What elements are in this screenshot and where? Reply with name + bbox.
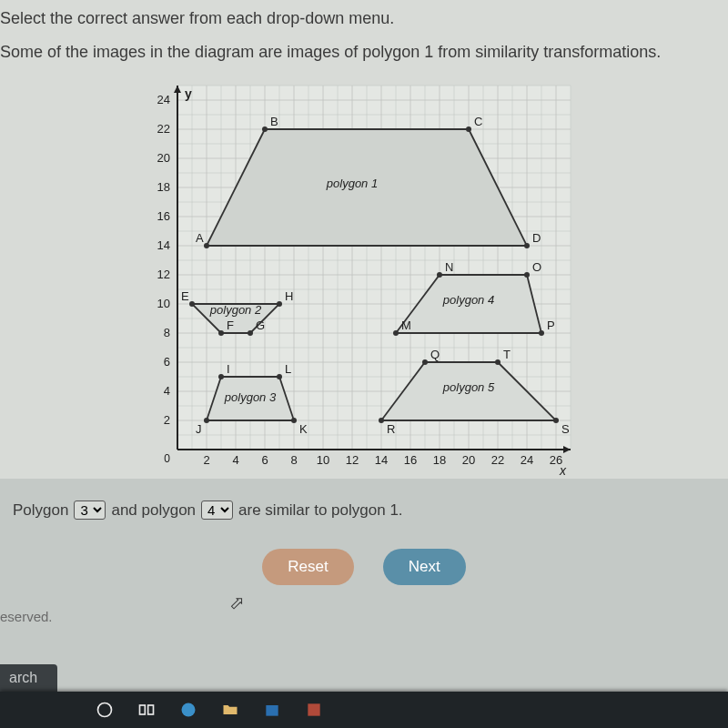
svg-text:0: 0: [164, 452, 170, 465]
svg-text:P: P: [547, 318, 555, 332]
svg-point-100: [277, 301, 282, 307]
svg-text:F: F: [227, 318, 234, 332]
polygon-dropdown-2[interactable]: 2345: [201, 500, 233, 520]
svg-point-120: [524, 272, 530, 278]
svg-text:polygon 4: polygon 4: [442, 293, 494, 307]
svg-text:S: S: [561, 422, 570, 436]
svg-text:2: 2: [164, 413, 170, 427]
svg-point-134: [379, 418, 384, 423]
svg-point-124: [393, 330, 399, 336]
svg-text:x: x: [559, 463, 567, 478]
svg-text:R: R: [387, 422, 395, 436]
svg-point-132: [553, 418, 559, 423]
polygon-dropdown-1[interactable]: 2345: [74, 500, 106, 520]
cortana-circle-icon[interactable]: [95, 700, 115, 720]
edge-icon[interactable]: [178, 700, 198, 720]
svg-text:E: E: [181, 289, 189, 303]
app-icon[interactable]: [304, 700, 324, 720]
svg-text:Q: Q: [430, 348, 440, 361]
svg-point-130: [495, 359, 500, 365]
svg-text:6: 6: [261, 453, 268, 467]
svg-point-110: [277, 374, 282, 379]
coordinate-graph: 2468101214161820222426246810121416182022…: [141, 78, 578, 479]
svg-text:12: 12: [346, 453, 359, 467]
svg-point-88: [204, 243, 209, 248]
svg-text:20: 20: [462, 453, 475, 467]
svg-text:18: 18: [157, 180, 170, 194]
svg-rect-141: [266, 705, 278, 716]
taskbar-search-tab[interactable]: arch: [0, 664, 57, 692]
svg-text:8: 8: [290, 453, 297, 467]
svg-text:18: 18: [433, 453, 446, 467]
svg-text:10: 10: [317, 453, 329, 467]
svg-text:polygon 5: polygon 5: [442, 380, 495, 394]
svg-text:H: H: [285, 289, 293, 303]
svg-text:M: M: [401, 318, 411, 332]
taskbar: [0, 692, 728, 728]
graph-container: 2468101214161820222426246810121416182022…: [0, 71, 719, 479]
svg-text:C: C: [474, 115, 482, 128]
svg-point-92: [466, 126, 471, 132]
svg-text:10: 10: [157, 297, 170, 310]
rights-reserved-fragment: eserved.: [0, 602, 728, 632]
sub-instruction-text: Some of the images in the diagram are im…: [0, 43, 719, 62]
reset-button[interactable]: Reset: [262, 549, 353, 585]
svg-point-104: [218, 330, 224, 336]
answer-mid: and polygon: [111, 501, 196, 520]
svg-rect-142: [308, 703, 319, 715]
svg-text:24: 24: [521, 453, 533, 467]
svg-text:2: 2: [203, 453, 209, 467]
next-button[interactable]: Next: [383, 549, 466, 585]
svg-text:L: L: [285, 362, 291, 376]
svg-point-94: [524, 243, 530, 248]
svg-text:22: 22: [491, 453, 504, 467]
svg-text:14: 14: [375, 453, 388, 467]
svg-text:20: 20: [157, 151, 170, 165]
svg-text:G: G: [256, 318, 265, 332]
svg-text:12: 12: [157, 268, 170, 281]
svg-text:J: J: [196, 422, 202, 436]
svg-text:22: 22: [157, 122, 170, 136]
svg-text:polygon 2: polygon 2: [209, 303, 262, 317]
svg-text:B: B: [270, 115, 278, 128]
svg-text:polygon 1: polygon 1: [326, 177, 378, 190]
svg-point-98: [189, 301, 195, 307]
folder-icon[interactable]: [220, 700, 240, 720]
svg-point-140: [182, 703, 196, 717]
svg-text:K: K: [299, 422, 308, 436]
svg-rect-139: [148, 705, 154, 714]
svg-rect-138: [140, 705, 146, 714]
svg-text:I: I: [227, 362, 230, 376]
svg-text:16: 16: [157, 209, 170, 223]
svg-text:A: A: [196, 231, 204, 245]
svg-point-118: [437, 272, 442, 278]
svg-text:O: O: [532, 260, 541, 274]
svg-point-90: [262, 126, 268, 132]
svg-point-128: [422, 359, 428, 365]
svg-text:N: N: [445, 260, 453, 274]
svg-point-112: [291, 418, 297, 423]
svg-text:4: 4: [232, 453, 238, 467]
svg-point-102: [248, 330, 253, 336]
task-view-icon[interactable]: [136, 700, 157, 720]
svg-point-114: [204, 418, 209, 423]
store-icon[interactable]: [262, 700, 282, 720]
svg-point-108: [218, 374, 224, 379]
svg-text:16: 16: [404, 453, 417, 467]
svg-text:8: 8: [164, 326, 170, 339]
svg-text:6: 6: [164, 355, 170, 369]
svg-point-137: [98, 703, 112, 717]
svg-text:14: 14: [157, 238, 170, 252]
svg-point-122: [539, 330, 544, 336]
instruction-text: Select the correct answer from each drop…: [0, 9, 719, 28]
svg-text:polygon 3: polygon 3: [224, 390, 277, 404]
answer-prefix: Polygon: [13, 501, 68, 520]
svg-text:24: 24: [157, 93, 170, 106]
answer-suffix: are similar to polygon 1.: [238, 501, 402, 520]
svg-text:4: 4: [164, 384, 170, 398]
svg-text:T: T: [503, 348, 511, 361]
svg-text:y: y: [185, 86, 192, 101]
answer-sentence: Polygon 2345 and polygon 2345 are simila…: [0, 479, 728, 541]
svg-text:D: D: [532, 231, 541, 245]
